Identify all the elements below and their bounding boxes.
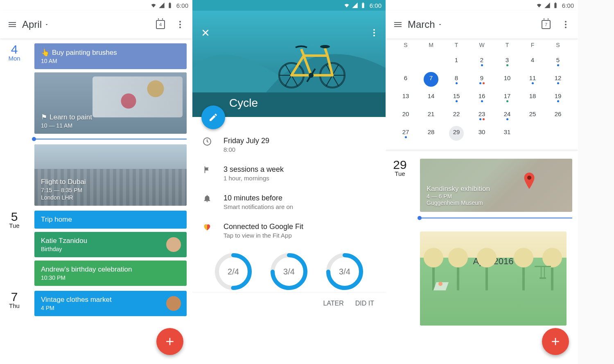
flag-icon: ⚑ xyxy=(41,113,47,121)
svg-line-14 xyxy=(332,65,339,75)
svg-line-20 xyxy=(301,49,305,57)
calendar-day[interactable]: 4 xyxy=(520,52,545,70)
flag-icon xyxy=(201,165,213,182)
battery-icon xyxy=(167,2,173,9)
progress-circle[interactable]: 3/4 xyxy=(269,251,309,292)
calendar-day[interactable]: 29 xyxy=(444,124,469,142)
close-button[interactable] xyxy=(196,23,215,43)
svg-line-12 xyxy=(285,75,291,86)
overflow-button[interactable] xyxy=(364,23,384,43)
event-card[interactable]: Kandinsky exhibition 4 — 6 PM Guggenheim… xyxy=(420,159,572,212)
dow-label: T xyxy=(494,42,520,48)
svg-point-28 xyxy=(373,35,375,36)
calendar-day[interactable]: 25 xyxy=(520,106,545,124)
svg-point-47 xyxy=(477,248,497,267)
calendar-day[interactable]: 2 xyxy=(469,52,494,70)
today-button[interactable]: 7 xyxy=(536,15,556,34)
calendar-day[interactable]: 11 xyxy=(520,70,545,88)
avatar xyxy=(166,296,181,311)
create-event-fab[interactable] xyxy=(156,328,183,355)
svg-point-49 xyxy=(542,248,562,267)
progress-circle[interactable]: 3/4 xyxy=(324,251,365,292)
plus-icon xyxy=(164,335,176,348)
menu-button[interactable] xyxy=(2,15,22,34)
more-vert-icon xyxy=(369,28,379,38)
calendar-day[interactable]: 26 xyxy=(545,106,571,124)
bell-icon xyxy=(201,194,213,210)
detail-row-time[interactable]: Friday July 298:00 xyxy=(201,137,377,153)
calendar-day[interactable]: 16 xyxy=(469,88,494,106)
reminder-icon: 👆 xyxy=(41,49,50,56)
svg-line-9 xyxy=(285,65,291,75)
calendar-day[interactable]: 28 xyxy=(418,124,444,142)
month-dropdown[interactable]: March xyxy=(408,19,442,30)
svg-rect-50 xyxy=(535,266,551,267)
calendar-day[interactable]: 30 xyxy=(469,124,494,142)
later-button[interactable]: LATER xyxy=(323,300,343,307)
did-it-button[interactable]: DID IT xyxy=(355,300,374,307)
event-card[interactable]: Andrew's birthday celebration 10:30 PM xyxy=(34,261,187,286)
day-marker: 5 Tue xyxy=(0,211,29,286)
event-card[interactable]: 👆Buy painting brushes 10 AM xyxy=(34,43,187,69)
calendar-day[interactable]: 13 xyxy=(393,88,418,106)
calendar-day[interactable]: 21 xyxy=(418,106,444,124)
svg-point-39 xyxy=(527,176,531,180)
calendar-day[interactable]: 7 xyxy=(418,70,444,88)
detail-row-fit[interactable]: Connected to Google FitTap to view in th… xyxy=(201,222,377,239)
calendar-day[interactable]: 8 xyxy=(444,70,469,88)
bicycle-icon xyxy=(275,39,349,88)
event-card[interactable]: Katie Tzanidou Birthday xyxy=(34,232,187,257)
day-marker: 29 Tue xyxy=(386,159,414,220)
cell-signal-icon xyxy=(352,2,358,9)
app-bar: April 4 xyxy=(0,11,192,38)
progress-circle[interactable]: 2/4 xyxy=(213,251,254,292)
svg-line-19 xyxy=(304,56,311,75)
calendar-day[interactable]: 27 xyxy=(393,124,418,142)
overflow-button[interactable] xyxy=(556,15,576,34)
event-card[interactable]: ⚑Learn to paint 10 — 11 AM xyxy=(34,72,187,134)
calendar-day[interactable]: 31 xyxy=(494,124,520,142)
battery-icon xyxy=(552,2,559,9)
app-bar: March 7 xyxy=(386,11,578,38)
close-icon xyxy=(201,28,210,38)
heart-icon xyxy=(201,222,213,239)
today-button[interactable]: 4 xyxy=(151,15,170,34)
calendar-day xyxy=(393,52,418,70)
svg-point-0 xyxy=(179,21,181,22)
calendar-day[interactable]: 17 xyxy=(494,88,520,106)
calendar-day[interactable]: 15 xyxy=(444,88,469,106)
wifi-icon xyxy=(343,2,350,9)
overflow-button[interactable] xyxy=(170,15,190,34)
calendar-day[interactable]: 22 xyxy=(444,106,469,124)
calendar-day[interactable]: 24 xyxy=(494,106,520,124)
calendar-day[interactable]: 19 xyxy=(545,88,571,106)
calendar-day[interactable]: 18 xyxy=(520,88,545,106)
calendar-day[interactable]: 1 xyxy=(444,52,469,70)
detail-row-goal[interactable]: 3 sessions a week1 hour, mornings xyxy=(201,165,377,182)
calendar-day[interactable]: 3 xyxy=(494,52,520,70)
event-card[interactable]: Flight to Dubai 7:15 — 8:35 PM London LH… xyxy=(34,144,187,206)
svg-point-2 xyxy=(179,27,181,28)
detail-row-reminder[interactable]: 10 minutes beforeSmart notifications are… xyxy=(201,194,377,210)
svg-point-45 xyxy=(424,248,443,267)
menu-button[interactable] xyxy=(388,15,408,34)
calendar-day[interactable]: 14 xyxy=(418,88,444,106)
calendar-day[interactable]: 12 xyxy=(545,70,571,88)
calendar-day[interactable]: 20 xyxy=(393,106,418,124)
month-banner: April 2016 xyxy=(420,231,567,326)
calendar-day[interactable]: 10 xyxy=(494,70,520,88)
month-dropdown[interactable]: April xyxy=(22,19,49,30)
calendar-day[interactable]: 9 xyxy=(469,70,494,88)
dow-label: W xyxy=(469,42,494,48)
goal-hero: Cycle xyxy=(192,11,386,117)
calendar-day[interactable]: 6 xyxy=(393,70,418,88)
wifi-icon xyxy=(150,2,157,9)
create-event-fab[interactable] xyxy=(542,328,569,355)
progress-row: 2/4 3/4 3/4 xyxy=(201,251,377,292)
calendar-day xyxy=(520,124,545,142)
event-card[interactable]: Vintage clothes market 4 PM xyxy=(34,291,187,316)
event-card[interactable]: Trip home xyxy=(34,211,187,229)
calendar-day[interactable]: 5 xyxy=(545,52,571,70)
calendar-day[interactable]: 23 xyxy=(469,106,494,124)
edit-fab[interactable] xyxy=(201,106,225,129)
